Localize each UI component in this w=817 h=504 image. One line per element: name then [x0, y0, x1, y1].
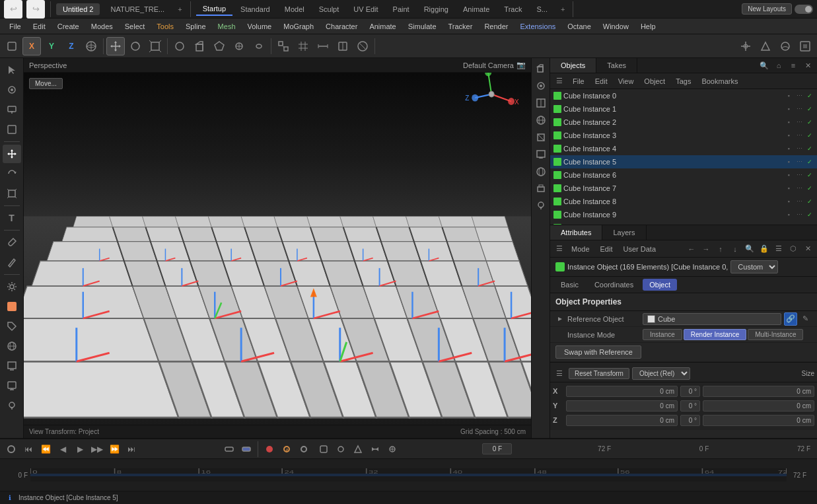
new-layouts-button[interactable]: New Layouts — [742, 3, 792, 15]
viewport-canvas[interactable]: X Y Z Move... — [24, 73, 531, 425]
attr-hamburger[interactable]: ☰ — [553, 242, 566, 256]
menu-help[interactable]: Help — [635, 21, 661, 32]
sb-scale[interactable] — [3, 184, 21, 203]
ref-obj-expand[interactable] — [555, 314, 565, 324]
menu-extensions[interactable]: Extensions — [515, 21, 561, 32]
attr-options[interactable]: ☰ — [772, 242, 785, 256]
objects-settings-btn[interactable]: ≡ — [787, 59, 800, 72]
rs-cube[interactable] — [533, 61, 549, 77]
tb-z-axis[interactable]: Z — [62, 37, 81, 55]
tl-misc-2[interactable] — [334, 442, 348, 456]
tb-object-mode[interactable] — [3, 37, 21, 55]
tl-misc-4[interactable] — [368, 442, 382, 456]
takes-tab[interactable]: Takes — [596, 58, 637, 73]
rs-globe2[interactable] — [533, 164, 549, 180]
layout-tab-track[interactable]: Track — [497, 3, 528, 15]
tb-measure[interactable] — [314, 37, 332, 55]
tl-record-btn[interactable] — [4, 442, 18, 456]
sb-light[interactable] — [3, 396, 21, 415]
layout-tab-s[interactable]: S... — [530, 3, 554, 15]
sb-cursor[interactable] — [3, 61, 21, 79]
coord-x-pos[interactable] — [566, 386, 678, 397]
tb-rotate[interactable] — [126, 37, 145, 55]
obj-row-7[interactable]: Cube Instance 7 ▪ ⋯ ✓ — [550, 182, 817, 195]
tl-auto-btn[interactable]: A — [279, 442, 294, 456]
layout-tab-rigging[interactable]: Rigging — [417, 3, 455, 15]
prop-tab-basic[interactable]: Basic — [554, 279, 585, 291]
menu-file[interactable]: File — [4, 21, 26, 32]
menu-edit[interactable]: Edit — [28, 21, 51, 32]
tb-orbit[interactable] — [776, 37, 795, 55]
menu-modes[interactable]: Modes — [86, 21, 118, 32]
coord-z-size[interactable] — [703, 415, 814, 426]
menu-spline[interactable]: Spline — [180, 21, 211, 32]
sb-move[interactable] — [3, 145, 21, 163]
objects-tab[interactable]: Objects — [550, 58, 596, 73]
attr-back[interactable]: ← — [685, 242, 698, 256]
toggle-switch[interactable] — [795, 5, 813, 14]
objects-close-btn[interactable]: ✕ — [801, 59, 814, 72]
mode-btn-multi[interactable]: Multi-Instance — [748, 329, 803, 340]
objects-home-btn[interactable]: ⌂ — [772, 59, 785, 72]
add-layout-button[interactable]: + — [558, 4, 567, 15]
coord-x-size[interactable] — [703, 386, 814, 397]
menu-animate[interactable]: Animate — [364, 21, 401, 32]
menu-simulate[interactable]: Simulate — [403, 21, 442, 32]
add-tab-button[interactable]: + — [175, 4, 184, 15]
panel-edit[interactable]: Edit — [592, 76, 610, 87]
menu-mesh[interactable]: Mesh — [213, 21, 241, 32]
obj-row-6[interactable]: Cube Instance 6 ▪ ⋯ ✓ — [550, 168, 817, 182]
coord-reset-btn[interactable]: Reset Transform — [569, 368, 629, 379]
tb-polygon[interactable] — [210, 37, 229, 55]
tb-sphere[interactable] — [170, 37, 189, 55]
undo-button[interactable]: ↩ — [4, 0, 22, 18]
tl-play-btn[interactable]: ▶ — [73, 442, 87, 456]
attr-close2[interactable]: ✕ — [801, 242, 814, 256]
tb-grid[interactable] — [294, 37, 312, 55]
ref-obj-link[interactable]: 🔗 — [784, 312, 797, 326]
timeline-track[interactable]: 0 F 0 8 16 24 32 40 48 — [0, 459, 817, 491]
obj-row-8[interactable]: Cube Instance 8 ▪ ⋯ ✓ — [550, 195, 817, 208]
tl-step-back-btn[interactable]: ⏪ — [38, 442, 53, 456]
menu-octane[interactable]: Octane — [562, 21, 596, 32]
sb-plane[interactable] — [3, 120, 21, 139]
layout-tab-animate[interactable]: Animate — [456, 3, 496, 15]
tl-skip-end-btn[interactable]: ⏭ — [124, 442, 139, 456]
attr-edit[interactable]: Edit — [598, 244, 616, 254]
attr-tab-attributes[interactable]: Attributes — [550, 225, 602, 240]
redo-button[interactable]: ↪ — [26, 0, 45, 18]
rs-light2[interactable] — [533, 95, 549, 111]
timeline-ruler[interactable]: 0 8 16 24 32 40 48 56 64 72 — [30, 468, 787, 482]
ref-obj-edit[interactable]: ✎ — [799, 312, 812, 326]
file-tab-0[interactable]: Untitled 2 — [56, 3, 100, 15]
tb-transform[interactable] — [334, 37, 352, 55]
menu-render[interactable]: Render — [479, 21, 513, 32]
attr-mode[interactable]: Mode — [569, 244, 592, 254]
menu-create[interactable]: Create — [52, 21, 85, 32]
sb-paint[interactable] — [3, 233, 21, 252]
obj-row-1[interactable]: Cube Instance 1 ▪ ⋯ ✓ — [550, 102, 817, 116]
sb-settings[interactable] — [3, 277, 21, 296]
rs-camera2[interactable] — [533, 78, 549, 94]
tb-capsule[interactable] — [250, 37, 268, 55]
sb-camera[interactable] — [3, 81, 21, 99]
attr-external[interactable]: ⬡ — [787, 242, 800, 256]
tb-frame-all[interactable] — [796, 37, 814, 55]
layout-tab-model[interactable]: Model — [278, 3, 311, 15]
coord-y-size[interactable] — [703, 400, 814, 412]
coord-x-rot[interactable] — [680, 386, 700, 397]
sb-spline2[interactable] — [3, 377, 21, 395]
tl-misc-1[interactable] — [316, 442, 331, 456]
coord-z-pos[interactable] — [566, 415, 678, 426]
rs-light3[interactable] — [533, 198, 549, 214]
panel-view[interactable]: View — [616, 76, 637, 87]
panel-bookmarks[interactable]: Bookmarks — [699, 76, 740, 87]
rs-screen2[interactable] — [533, 147, 549, 162]
menu-select[interactable]: Select — [120, 21, 151, 32]
tb-scale[interactable] — [146, 37, 164, 55]
tl-frame-display[interactable] — [482, 443, 512, 454]
coord-y-rot[interactable] — [680, 400, 700, 412]
instance-dropdown[interactable]: Custom — [730, 260, 778, 273]
panel-file[interactable]: File — [570, 76, 587, 87]
tb-pan[interactable] — [736, 37, 755, 55]
